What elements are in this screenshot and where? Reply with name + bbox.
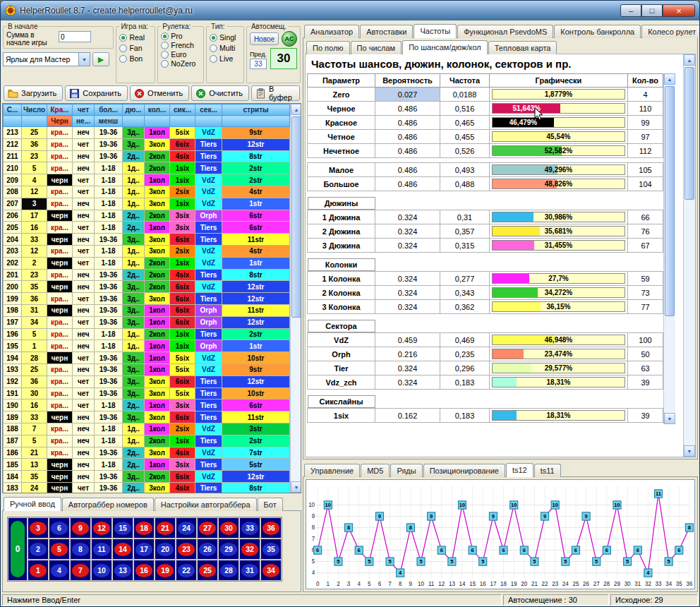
number-19[interactable]: 19 (155, 560, 175, 580)
chart-point[interactable]: 9 (428, 512, 435, 520)
chart-point[interactable]: 8 (406, 524, 414, 531)
history-header[interactable] (222, 116, 290, 127)
chart-point[interactable]: 5 (366, 558, 373, 565)
play-button[interactable]: ▶ (92, 52, 109, 66)
history-header[interactable] (4, 116, 22, 127)
freq-row[interactable]: Малое0.4860,49349,296%105 (308, 163, 663, 177)
history-row[interactable]: 19831черннеч19-363д..1кол6sixOrph11str (4, 304, 290, 316)
start-sum-input[interactable] (59, 31, 91, 42)
number-22[interactable]: 22 (176, 560, 196, 580)
chevron-down-icon[interactable]: ▼ (78, 53, 90, 66)
freq-row[interactable]: 3 Колонка0.3240,36236,15%77 (308, 300, 663, 314)
frequency-scroll-track[interactable] (664, 85, 675, 413)
number-11[interactable]: 11 (92, 539, 111, 559)
freq-row[interactable]: 3 Дюжина0.3240,31531,455%67 (308, 239, 663, 253)
number-7[interactable]: 7 (71, 560, 90, 580)
freq-row[interactable]: Черное0.4860,51651,643%110 (308, 102, 663, 116)
maximize-button[interactable]: □ (641, 4, 663, 17)
scroll-up-icon[interactable]: ▲ (664, 73, 675, 85)
sub-tab-0[interactable]: По полю (306, 41, 350, 54)
chart-point[interactable]: 4 (397, 569, 404, 577)
radio-Bon[interactable]: Bon (119, 54, 152, 63)
history-row[interactable]: 18933черннеч19-363д..3кол6sixTiers11str (4, 411, 290, 423)
chart-point[interactable]: 8 (345, 524, 353, 531)
main-tab-2[interactable]: Частоты (414, 24, 457, 38)
input-tab-2[interactable]: Настройки автограббера (155, 498, 257, 511)
history-row[interactable]: 1887кра...неч1-181д..1кол2sixVdZ3str (4, 423, 290, 435)
titlebar[interactable]: HelperRoullet 8.7 - create helperroullet… (1, 1, 699, 20)
history-row[interactable]: 18513черннеч1-182д..1кол3sixTiers5str (4, 459, 290, 471)
number-28[interactable]: 28 (219, 560, 239, 580)
history-header[interactable]: дю... (123, 104, 145, 116)
history-header[interactable] (195, 116, 222, 127)
radio-Singl[interactable]: Singl (210, 33, 241, 42)
history-header[interactable]: С... (4, 104, 22, 116)
history-row[interactable]: 2073кра...неч1-181д..3кол1sixVdZ1str (4, 198, 290, 210)
undo-button[interactable]: Отменить (130, 85, 189, 101)
history-row[interactable]: 20516кра...чет1-182д..1кол3sixTiers6str (4, 222, 290, 234)
number-15[interactable]: 15 (113, 518, 133, 538)
input-tab-0[interactable]: Ручной ввод (4, 497, 61, 511)
history-row[interactable]: 20312кра...чет1-181д..3кол2sixVdZ4str (4, 245, 290, 257)
series-tab-4[interactable]: ts12 (506, 463, 533, 477)
radio-Real[interactable]: Real (119, 33, 152, 42)
radio-NoZero[interactable]: NoZero (161, 59, 200, 68)
sub-tab-3[interactable]: Тепловая карта (488, 41, 557, 54)
main-tab-5[interactable]: Колесо рулет (641, 25, 700, 38)
number-3[interactable]: 3 (28, 518, 48, 538)
history-row[interactable]: 19734кра...чет19-363д..1кол6sixOrph12str (4, 316, 290, 328)
freq-row[interactable]: 1six0.1620,18318,31%39 (308, 409, 663, 423)
line-chart[interactable]: 0123456789101112131415161718192021222324… (306, 480, 694, 589)
chart-point[interactable]: 6 (520, 546, 528, 554)
clear-button[interactable]: Очистить (191, 85, 249, 101)
radio-Euro[interactable]: Euro (161, 50, 200, 59)
number-17[interactable]: 17 (134, 539, 154, 559)
history-header[interactable]: чет (73, 104, 95, 116)
load-button[interactable]: Загрузить (4, 85, 63, 101)
chart-point[interactable]: 5 (531, 558, 538, 565)
freq-row[interactable]: Zero0.0270,01881,8779%4 (308, 88, 663, 102)
radio-Live[interactable]: Live (210, 54, 241, 63)
number-8[interactable]: 8 (71, 539, 90, 559)
chart-point[interactable]: 10 (324, 501, 332, 509)
scroll-down-icon[interactable]: ▼ (664, 413, 675, 424)
number-12[interactable]: 12 (92, 518, 111, 538)
number-18[interactable]: 18 (134, 518, 154, 538)
history-header[interactable]: бол... (95, 104, 123, 116)
chart-point[interactable]: 5 (479, 558, 487, 565)
sub-tab-1[interactable]: По числам (351, 41, 402, 54)
input-tab-1[interactable]: Автограббер номеров (62, 498, 154, 511)
new-shift-button[interactable]: Новое (250, 32, 279, 45)
freq-row[interactable]: Большое0.4860,48848,826%104 (308, 177, 663, 191)
number-6[interactable]: 6 (49, 518, 69, 538)
history-row[interactable]: 2105кра...неч1-181д..2кол1sixTiers2str (4, 162, 290, 174)
history-row[interactable]: 21325кра...неч19-363д..1кол5sixVdZ9str (4, 127, 290, 139)
page-scroll-thumb[interactable] (684, 67, 694, 200)
minimize-button[interactable]: – (620, 4, 641, 17)
history-header[interactable] (123, 116, 145, 127)
radio-Fan[interactable]: Fan (119, 44, 152, 52)
number-16[interactable]: 16 (134, 560, 154, 580)
frequency-table-scrollbar[interactable]: ▲ ▼ (663, 73, 675, 424)
number-23[interactable]: 23 (176, 539, 196, 559)
history-row[interactable]: 18621кра...неч19-362д..3кол4sixVdZ7str (4, 447, 290, 459)
history-header[interactable]: Число (22, 104, 47, 116)
prev-shift-value[interactable]: 33 (250, 59, 267, 69)
chart-point[interactable]: 6 (438, 546, 445, 554)
history-scrollbar[interactable]: ▲ ▼ (290, 104, 301, 493)
history-row[interactable]: 19016кра...чет1-182д..1кол3sixTiers6str (4, 399, 290, 411)
history-row[interactable]: 2094чернчет1-181д..1кол1sixVdZ2str (4, 174, 290, 186)
chart-point[interactable]: 9 (489, 512, 497, 520)
main-tab-4[interactable]: Контроль банкролла (554, 25, 641, 38)
freq-row[interactable]: 1 Колонка0.3240,27727,7%59 (308, 272, 663, 286)
page-scrollbar[interactable]: ▲ ▼ (683, 54, 695, 457)
chart-point[interactable]: 10 (613, 501, 621, 509)
series-tab-3[interactable]: Позиционирование (423, 464, 505, 477)
number-20[interactable]: 20 (155, 539, 175, 559)
history-row[interactable]: 19428чернчет19-363д..1кол5sixVdZ10str (4, 352, 290, 364)
series-tab-0[interactable]: Управление (304, 464, 360, 477)
chart-point[interactable]: 11 (654, 490, 662, 498)
number-25[interactable]: 25 (198, 560, 217, 580)
chart-point[interactable]: 6 (634, 546, 641, 554)
history-header[interactable]: Черн (47, 116, 73, 127)
